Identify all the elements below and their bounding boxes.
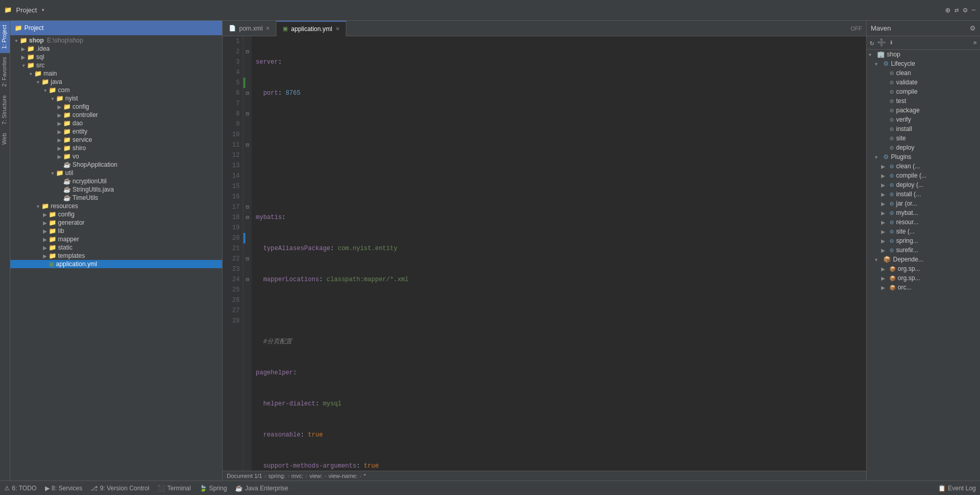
project-dropdown[interactable]: ▾ — [41, 6, 45, 14]
close-pom-xml[interactable]: ✕ — [266, 25, 270, 31]
tree-resources[interactable]: ▾ 📁 resources — [10, 202, 222, 210]
tab-pom-xml[interactable]: 📄 pom.xml ✕ — [223, 21, 276, 36]
tree-controller[interactable]: ▶ 📁 controller — [10, 111, 222, 119]
tab-favorites[interactable]: 2: Favorites — [0, 53, 10, 91]
tree-static[interactable]: ▶ 📁 static — [10, 243, 222, 252]
tree-stringutils[interactable]: ☕ StringUtils.java — [10, 185, 222, 194]
tab-structure[interactable]: 7: Structure — [0, 91, 10, 129]
split-icon[interactable]: ⇄ — [955, 6, 959, 14]
tree-util[interactable]: ▾ 📁 util — [10, 169, 222, 177]
maven-lifecycle[interactable]: ▾ ⚙ Lifecycle — [867, 59, 980, 68]
maven-clean[interactable]: ⚙ clean — [867, 68, 980, 78]
bottom-version-control[interactable]: ⎇ 9: Version Control — [91, 485, 149, 492]
tree-timeutils[interactable]: ☕ TimeUtils — [10, 194, 222, 202]
project-tree: ▾ 📁 shop E:\shop\shop ▶ 📁 .idea ▶ 📁 sql … — [10, 35, 222, 481]
tree-shiro[interactable]: ▶ 📁 shiro — [10, 144, 222, 152]
tree-sql[interactable]: ▶ 📁 sql — [10, 53, 222, 61]
code-line-8: mapperLocations: classpath:mapper/*.xml — [256, 274, 862, 285]
tree-generator[interactable]: ▶ 📁 generator — [10, 219, 222, 227]
tree-res-config[interactable]: ▶ 📁 config — [10, 210, 222, 219]
code-line-11: pagehelper: — [256, 368, 862, 378]
code-content[interactable]: server: port: 8765 mybatis: typeAliasesP… — [252, 36, 866, 471]
maven-plugin-deploy[interactable]: ▶ ⚙ deploy (... — [867, 180, 980, 190]
maven-dependencies-label: Depende... — [893, 256, 924, 263]
tree-entity[interactable]: ▶ 📁 entity — [10, 127, 222, 136]
project-header-icon: 📁 — [14, 24, 22, 32]
maven-download-icon[interactable]: ⬇ — [889, 38, 893, 47]
tree-idea[interactable]: ▶ 📁 .idea — [10, 45, 222, 53]
tree-service[interactable]: ▶ 📁 service — [10, 136, 222, 144]
tree-java[interactable]: ▾ 📁 java — [10, 78, 222, 86]
maven-plugin-jar[interactable]: ▶ ⚙ jar (or... — [867, 199, 980, 208]
maven-refresh-icon[interactable]: ↻ — [870, 38, 874, 47]
tree-application-yml[interactable]: ▣ application.yml — [10, 260, 222, 268]
tree-dao[interactable]: ▶ 📁 dao — [10, 119, 222, 127]
tree-templates[interactable]: ▶ 📁 templates — [10, 252, 222, 260]
maven-compile[interactable]: ⚙ compile — [867, 87, 980, 96]
tree-shopapp[interactable]: ☕ ShopApplication — [10, 161, 222, 169]
bottom-java-enterprise[interactable]: ☕ Java Enterprise — [235, 485, 288, 492]
maven-package[interactable]: ⚙ package — [867, 106, 980, 115]
tree-vo[interactable]: ▶ 📁 vo — [10, 152, 222, 161]
maven-dep-3[interactable]: ▶ 📦 orc... — [867, 283, 980, 292]
code-line-3 — [256, 119, 862, 129]
main-layout: 1: Project 2: Favorites 7: Structure Web… — [0, 21, 980, 481]
settings-icon[interactable]: ⚙ — [963, 6, 967, 14]
bottom-spring[interactable]: 🍃 Spring — [199, 485, 227, 492]
maven-install[interactable]: ⚙ install — [867, 124, 980, 134]
project-panel: 📁 Project ▾ 📁 shop E:\shop\shop ▶ 📁 .ide… — [10, 21, 223, 481]
tree-com[interactable]: ▾ 📁 com — [10, 86, 222, 94]
maven-header: Maven ⚙ — [867, 21, 980, 36]
tree-nyist[interactable]: ▾ 📁 nyist — [10, 94, 222, 103]
bottom-todo[interactable]: ⚠ 6: TODO — [4, 485, 37, 492]
nav-icon[interactable]: ⊕ — [945, 5, 950, 16]
tree-lib[interactable]: ▶ 📁 lib — [10, 227, 222, 235]
project-header: 📁 Project — [10, 21, 222, 35]
project-label: Project — [16, 6, 37, 14]
tree-mapper[interactable]: ▶ 📁 mapper — [10, 235, 222, 243]
maven-dep-1[interactable]: ▶ 📦 org.sp... — [867, 264, 980, 273]
maven-plugin-resour[interactable]: ▶ ⚙ resour... — [867, 217, 980, 227]
tree-ncryptionutil[interactable]: ☕ ncryptionUtil — [10, 177, 222, 185]
editor-area: 📄 pom.xml ✕ ▣ application.yml ✕ OFF 1234… — [223, 21, 866, 481]
maven-site[interactable]: ⚙ site — [867, 134, 980, 143]
off-label: OFF — [851, 25, 862, 32]
code-line-7: typeAliasesPackage: com.nyist.entity — [256, 243, 862, 254]
maven-settings-icon[interactable]: ⚙ — [970, 24, 976, 32]
code-line-5 — [256, 181, 862, 192]
bottom-terminal[interactable]: ⬛ Terminal — [157, 485, 191, 492]
maven-plugin-compile[interactable]: ▶ ⚙ compile (... — [867, 171, 980, 180]
maven-more-icon[interactable]: » — [973, 39, 977, 47]
tree-shop[interactable]: ▾ 📁 shop E:\shop\shop — [10, 36, 222, 45]
tree-src[interactable]: ▾ 📁 src — [10, 61, 222, 69]
code-editor[interactable]: 12345 678910 1112131415 1617181920 21222… — [223, 36, 866, 471]
maven-plugin-clean[interactable]: ▶ ⚙ clean (... — [867, 162, 980, 171]
tab-application-yml[interactable]: ▣ application.yml ✕ — [276, 21, 346, 36]
tab-web[interactable]: Web — [0, 129, 10, 149]
maven-deploy[interactable]: ⚙ deploy — [867, 143, 980, 152]
bottom-services[interactable]: ▶ 8: Services — [45, 485, 82, 492]
breadcrumb: Document 1/1 › spring: › mvc: › view: › … — [223, 471, 866, 481]
maven-plugin-surefir[interactable]: ▶ ⚙ surefir... — [867, 245, 980, 255]
bottom-event-log[interactable]: 📋 Event Log — [938, 485, 976, 492]
maven-add-icon[interactable]: ➕ — [877, 38, 886, 47]
maven-plugins[interactable]: ▾ ⚙ Plugins — [867, 152, 980, 162]
maven-validate[interactable]: ⚙ validate — [867, 78, 980, 87]
tree-main[interactable]: ▾ 📁 main — [10, 69, 222, 78]
maven-plugin-site[interactable]: ▶ ⚙ site (... — [867, 227, 980, 236]
bottom-bar: ⚠ 6: TODO ▶ 8: Services ⎇ 9: Version Con… — [0, 481, 980, 495]
code-line-6: mybatis: — [256, 212, 862, 223]
maven-tree: ▾ 🏢 shop ▾ ⚙ Lifecycle ⚙ clean ⚙ validat… — [867, 50, 980, 481]
maven-dep-2[interactable]: ▶ 📦 org.sp... — [867, 273, 980, 283]
maven-dependencies[interactable]: ▾ 📦 Depende... — [867, 255, 980, 264]
maven-test[interactable]: ⚙ test — [867, 96, 980, 106]
maven-plugin-spring[interactable]: ▶ ⚙ spring... — [867, 236, 980, 245]
maven-plugin-mybat[interactable]: ▶ ⚙ mybat... — [867, 208, 980, 217]
maven-shop[interactable]: ▾ 🏢 shop — [867, 50, 980, 59]
tab-project[interactable]: 1: Project — [0, 21, 10, 53]
close-panel-icon[interactable]: − — [972, 6, 976, 14]
tree-config[interactable]: ▶ 📁 config — [10, 103, 222, 111]
maven-plugin-install[interactable]: ▶ ⚙ install (... — [867, 190, 980, 199]
close-application-yml[interactable]: ✕ — [335, 26, 340, 32]
maven-verify[interactable]: ⚙ verify — [867, 115, 980, 124]
